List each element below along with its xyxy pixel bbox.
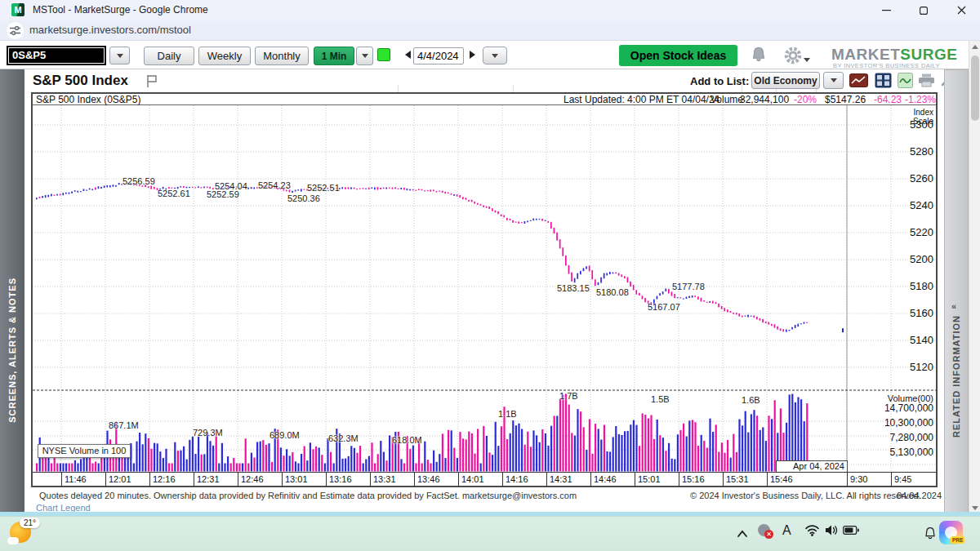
time-axis: 11:4612:0112:1612:3112:4613:0113:1613:31…: [33, 472, 936, 486]
open-stock-ideas-button[interactable]: Open Stock Ideas: [619, 45, 737, 66]
data-label: 689.0M: [270, 430, 300, 440]
tune-icon: [10, 25, 20, 36]
data-label: 1.5B: [651, 394, 670, 404]
alerts-button[interactable]: [748, 45, 769, 69]
envelope-chart-icon[interactable]: [849, 73, 868, 87]
data-label: 632.3M: [328, 433, 359, 443]
data-label: 5252.61: [158, 189, 190, 198]
chevron-down-icon: [362, 54, 368, 58]
price-change-pct: -1.23%: [905, 94, 936, 105]
taskbar: 21° DELL: [0, 516, 980, 551]
data-label: 618.0M: [392, 435, 422, 445]
bell-icon: [748, 45, 769, 66]
sidebar-screens-alerts-notes[interactable]: SCREENS, ALERTS & NOTES: [0, 69, 24, 516]
chevron-down-icon: [804, 58, 810, 62]
close-button[interactable]: [943, 0, 980, 20]
time-tick-label: 15:16: [682, 474, 705, 484]
date-prev-icon[interactable]: [405, 51, 411, 59]
marketsurge-logo: MARKETSURGE: [831, 46, 957, 64]
date-dropdown-button[interactable]: [483, 47, 507, 64]
notification-bell-icon[interactable]: [924, 527, 937, 541]
tray-chevron-icon[interactable]: [737, 530, 748, 538]
maximize-icon: [920, 7, 928, 15]
list-select-button[interactable]: Old Economy: [751, 72, 820, 89]
price-tick: 5140: [853, 334, 933, 346]
window-titlebar: M MSTool - MarketSurge - Google Chrome: [0, 0, 980, 20]
list-dropdown-button[interactable]: [823, 72, 844, 89]
daily-button[interactable]: Daily: [144, 47, 194, 65]
date-input[interactable]: [413, 47, 464, 64]
data-label: 5252.59: [207, 189, 239, 199]
axis-tick: [61, 473, 62, 487]
gear-icon: [782, 45, 804, 66]
intraday-indicator-button[interactable]: [377, 48, 390, 61]
copilot-icon[interactable]: PRE: [939, 521, 963, 544]
url-text[interactable]: marketsurge.investors.com/mstool: [29, 24, 191, 36]
page-scrollbar[interactable]: [969, 41, 980, 516]
date-next-icon[interactable]: [470, 51, 475, 59]
input-language-icon[interactable]: A: [782, 523, 791, 538]
axis-tick: [414, 473, 415, 487]
axis-tick: [238, 473, 238, 487]
minimize-button[interactable]: [868, 0, 905, 20]
last-updated: Last Updated: 4:00 PM ET 04/04/24: [564, 94, 719, 105]
symbol-dropdown-button[interactable]: [109, 47, 130, 64]
weekly-button[interactable]: Weekly: [198, 47, 251, 65]
speaker-icon[interactable]: [825, 524, 838, 536]
time-tick-label: 9:30: [850, 474, 867, 484]
wifi-icon[interactable]: [805, 525, 819, 536]
interval-button[interactable]: 1 Min: [314, 47, 354, 65]
axis-tick: [847, 473, 848, 487]
window-title: MSTool - MarketSurge - Google Chrome: [33, 4, 208, 16]
footer-date: 04.04.2024: [897, 491, 942, 500]
maximize-button[interactable]: [905, 0, 942, 20]
volume-tick: 7,280,000: [853, 432, 933, 443]
volume-pct: -20%: [794, 94, 817, 105]
data-label: 5250.36: [287, 193, 320, 203]
time-tick-label: 14:16: [506, 474, 528, 484]
axis-tick: [546, 473, 547, 487]
url-bar[interactable]: marketsurge.investors.com/mstool: [0, 20, 980, 41]
scrollbar-thumb[interactable]: [971, 56, 979, 121]
time-tick-label: 12:46: [241, 474, 264, 484]
price-tick: 5160: [853, 307, 933, 319]
time-tick-label: 12:16: [153, 474, 176, 484]
chart-panel: S&P 500 Index (0S&P5) Last Updated: 4:00…: [31, 92, 938, 487]
axis-tick: [635, 473, 635, 487]
time-tick-label: 13:16: [329, 474, 352, 484]
disclaimer-text: Quotes delayed 20 minutes. Ownership dat…: [39, 491, 577, 500]
wrench-icon[interactable]: [902, 73, 917, 87]
axis-tick: [282, 473, 283, 487]
volume-tick: 5,130,000: [853, 447, 933, 458]
time-tick-label: 9:45: [894, 474, 911, 484]
index-scale-label: Index: [853, 108, 933, 117]
monthly-button[interactable]: Monthly: [255, 47, 309, 65]
flag-icon[interactable]: [145, 74, 158, 88]
collapse-chevrons-icon[interactable]: «: [951, 301, 956, 311]
time-tick-label: 12:01: [109, 474, 131, 484]
data-label: 5167.07: [648, 302, 680, 312]
battery-icon[interactable]: [843, 526, 859, 535]
symbol-input[interactable]: 0S&P5: [7, 46, 106, 65]
axis-tick: [891, 473, 892, 487]
interval-dropdown-button[interactable]: [356, 47, 373, 65]
axis-tick: [679, 473, 679, 487]
sidebar-related-information[interactable]: « RELATED INFORMATION: [944, 69, 969, 516]
axis-tick: [370, 473, 371, 487]
settings-button[interactable]: [782, 45, 804, 69]
price-tick: 5220: [853, 226, 933, 238]
data-label: 5180.08: [596, 287, 629, 297]
printer-icon[interactable]: [918, 73, 935, 87]
chart-symbol-label: S&P 500 Index (0S&P5): [36, 94, 141, 105]
left-rail-label: SCREENS, ALERTS & NOTES: [7, 278, 17, 423]
grid-icon[interactable]: [875, 73, 892, 88]
axis-tick: [590, 473, 591, 487]
time-tick-label: 14:01: [461, 474, 484, 484]
time-tick-label: 15:31: [726, 474, 749, 484]
mcafee-tray-icon[interactable]: ✕: [758, 524, 773, 539]
scroll-down-icon: [972, 504, 978, 511]
site-settings-button[interactable]: [7, 22, 24, 39]
price-volume-chart[interactable]: [33, 105, 936, 472]
weather-widget[interactable]: 21°: [10, 522, 31, 543]
weather-temp: 21°: [20, 518, 40, 528]
